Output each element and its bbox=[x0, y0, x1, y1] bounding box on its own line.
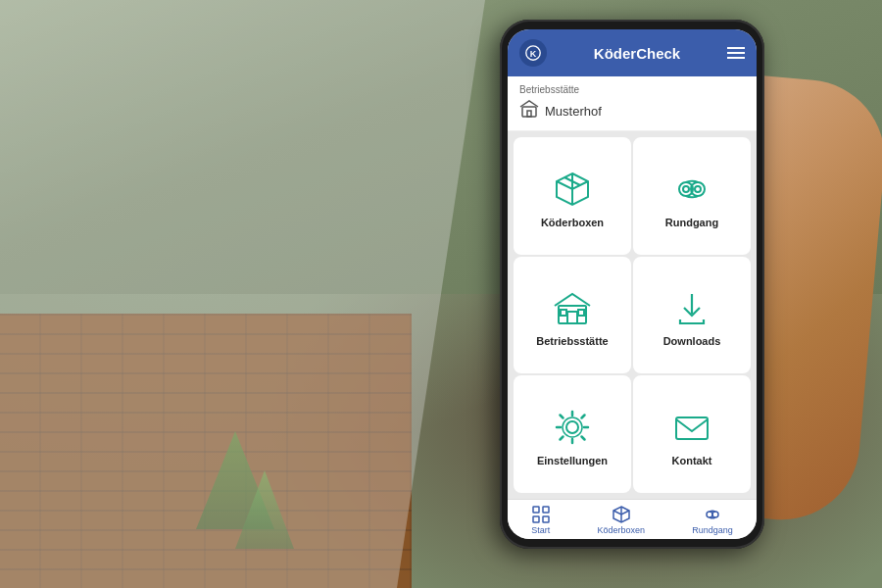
betrieb-name: Musterhof bbox=[545, 104, 602, 119]
download-icon bbox=[670, 286, 713, 329]
betriebsstaette-label: Betriebsstätte bbox=[536, 335, 608, 347]
box-icon bbox=[551, 168, 594, 211]
svg-rect-14 bbox=[676, 417, 708, 439]
betrieb-section: Betriebsstätte Musterhof bbox=[508, 76, 757, 131]
nav-rundgang-label: Rundgang bbox=[692, 525, 733, 535]
box-nav-icon bbox=[612, 506, 630, 523]
app-logo: K bbox=[519, 39, 547, 67]
app-title: KöderCheck bbox=[594, 45, 680, 62]
nav-koederboxen-label: Köderboxen bbox=[597, 525, 645, 535]
svg-point-19 bbox=[707, 512, 712, 517]
hamburger-menu[interactable] bbox=[727, 47, 745, 59]
einstellungen-label: Einstellungen bbox=[537, 455, 608, 466]
svg-rect-16 bbox=[543, 507, 549, 513]
gear-icon bbox=[551, 406, 594, 449]
svg-point-5 bbox=[683, 186, 689, 192]
svg-text:K: K bbox=[530, 49, 537, 59]
nav-start[interactable]: Start bbox=[531, 506, 550, 535]
svg-rect-17 bbox=[533, 516, 539, 522]
svg-point-7 bbox=[695, 186, 701, 192]
building-small-icon bbox=[519, 99, 539, 122]
cycle-icon bbox=[670, 168, 713, 211]
menu-item-kontakt[interactable]: Kontakt bbox=[633, 375, 751, 493]
phone-device: K KöderCheck Betriebsstätte bbox=[500, 20, 764, 549]
nav-start-label: Start bbox=[531, 525, 550, 535]
svg-point-20 bbox=[712, 512, 718, 517]
rundgang-label: Rundgang bbox=[665, 217, 718, 228]
phone-container: K KöderCheck Betriebsstätte bbox=[500, 20, 853, 568]
menu-item-betriebsstaette[interactable]: Betriebsstätte bbox=[514, 257, 631, 374]
mail-icon bbox=[670, 406, 713, 449]
svg-rect-2 bbox=[522, 107, 536, 117]
menu-item-koederboxen[interactable]: Köderboxen bbox=[514, 137, 631, 255]
kontakt-label: Kontakt bbox=[672, 455, 712, 466]
svg-rect-18 bbox=[543, 516, 549, 522]
downloads-label: Downloads bbox=[663, 335, 721, 347]
app-header: K KöderCheck bbox=[508, 29, 757, 76]
phone-screen: K KöderCheck Betriebsstätte bbox=[508, 29, 757, 539]
menu-item-downloads[interactable]: Downloads bbox=[633, 257, 751, 374]
nav-rundgang[interactable]: Rundgang bbox=[692, 506, 733, 535]
cycle-nav-icon bbox=[704, 506, 721, 523]
svg-rect-3 bbox=[527, 111, 531, 117]
svg-rect-11 bbox=[578, 310, 584, 316]
menu-grid: Köderboxen Rundgang bbox=[508, 131, 757, 499]
svg-rect-9 bbox=[567, 312, 577, 323]
betriebsstaette-icon bbox=[551, 286, 594, 329]
menu-item-rundgang[interactable]: Rundgang bbox=[633, 137, 751, 255]
betrieb-row: Musterhof bbox=[519, 99, 745, 122]
svg-rect-10 bbox=[561, 310, 566, 316]
betrieb-label: Betriebsstätte bbox=[519, 84, 745, 95]
nav-koederboxen[interactable]: Köderboxen bbox=[597, 506, 645, 535]
bottom-nav: Start Köderboxen bbox=[508, 499, 757, 539]
grid-nav-icon bbox=[532, 506, 550, 523]
svg-point-12 bbox=[566, 421, 578, 433]
svg-rect-15 bbox=[533, 507, 539, 513]
koederboxen-label: Köderboxen bbox=[541, 217, 604, 228]
menu-item-einstellungen[interactable]: Einstellungen bbox=[514, 375, 631, 493]
